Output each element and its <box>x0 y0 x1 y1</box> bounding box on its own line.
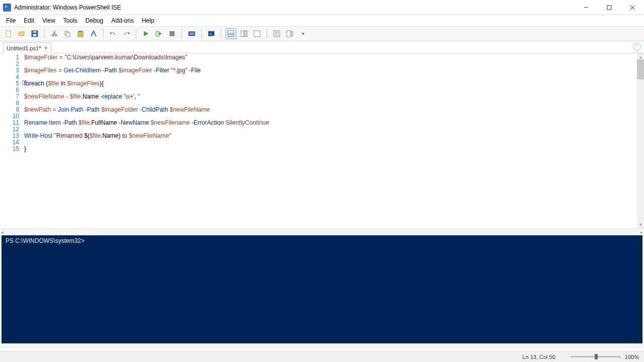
code-line[interactable]: $newFileName - $file.Name -replace '\s+'… <box>24 94 644 100</box>
show-script-pane-icon[interactable] <box>225 28 236 39</box>
code-line[interactable]: Write-Host "Renamed $($file.Name) to $ne… <box>24 133 644 139</box>
copy-icon[interactable] <box>62 28 73 39</box>
window-controls <box>575 0 644 15</box>
new-file-icon[interactable] <box>3 28 14 39</box>
undo-icon[interactable] <box>108 28 119 39</box>
toolbar-separator <box>221 29 221 39</box>
svg-rect-18 <box>156 31 159 36</box>
code-line[interactable] <box>24 74 644 80</box>
svg-rect-29 <box>254 31 260 37</box>
svg-marker-19 <box>159 32 162 35</box>
svg-rect-16 <box>79 31 82 32</box>
show-script-right-icon[interactable] <box>238 28 250 39</box>
status-bar: Ln 13, Col 50 100% <box>0 351 644 362</box>
toolbar-separator <box>201 29 202 39</box>
save-icon[interactable] <box>29 28 40 39</box>
svg-marker-17 <box>144 31 148 36</box>
line-number-gutter: 123456789101112131415 <box>0 53 22 228</box>
svg-rect-34 <box>287 31 291 37</box>
menu-debug[interactable]: Debug <box>82 16 107 25</box>
show-command-addon-icon[interactable] <box>284 28 295 39</box>
menu-file[interactable]: File <box>2 16 20 25</box>
menu-tools[interactable]: Tools <box>59 16 82 25</box>
stop-icon[interactable] <box>167 28 178 39</box>
scroll-up-icon[interactable]: ▴ <box>637 54 643 60</box>
code-line[interactable]: $imageFiles = Get-ChildItem -Path $image… <box>24 67 644 74</box>
console-pane[interactable]: PS C:\WINDOWS\system32> <box>2 235 642 343</box>
svg-rect-28 <box>245 31 247 37</box>
close-button[interactable] <box>621 0 644 15</box>
svg-rect-1 <box>607 6 611 10</box>
toolbar-separator <box>136 29 136 39</box>
tab-close-icon[interactable]: × <box>44 45 48 52</box>
console-prompt: PS C:\WINDOWS\system32> <box>6 237 85 244</box>
tab-untitled1[interactable]: Untitled1.ps1* × <box>3 42 51 53</box>
svg-rect-35 <box>291 32 293 36</box>
show-script-max-icon[interactable] <box>252 28 263 39</box>
toolbar-separator <box>267 29 267 39</box>
svg-rect-27 <box>241 31 244 37</box>
svg-rect-7 <box>33 34 36 36</box>
toolbar-overflow-icon[interactable]: ▾ <box>297 28 308 39</box>
code-area[interactable]: $imageFoler = "C:\Users\parveen.kumar\Do… <box>22 53 644 228</box>
code-line[interactable]: Rename-Item -Path $file.FullName -NewNam… <box>24 120 644 126</box>
svg-rect-22 <box>190 33 194 35</box>
cut-icon[interactable] <box>49 28 60 39</box>
code-line[interactable]: $imageFoler = "C:\Users\parveen.kumar\Do… <box>24 54 644 61</box>
code-line[interactable]: foreach ($file in $imageFiles){ <box>24 80 644 87</box>
toolbar-separator <box>44 29 45 39</box>
toolbar: >_ ▾ <box>0 26 644 41</box>
minimize-button[interactable] <box>575 0 598 15</box>
menu-edit[interactable]: Edit <box>20 16 38 25</box>
zoom-level: 100% <box>625 354 639 360</box>
svg-rect-25 <box>228 31 234 33</box>
run-selection-icon[interactable] <box>153 28 165 39</box>
window-title: Administrator: Windows PowerShell ISE <box>14 4 575 11</box>
show-command-icon[interactable] <box>271 28 282 39</box>
code-line[interactable] <box>24 139 644 146</box>
powershell-console-icon[interactable]: >_ <box>206 28 217 39</box>
tab-strip: Untitled1.ps1* × ˄ <box>0 41 644 53</box>
scroll-down-icon[interactable]: ▾ <box>637 221 643 228</box>
collapse-script-pane-icon[interactable]: ˄ <box>633 43 641 51</box>
menubar: File Edit View Tools Debug Add-ons Help <box>0 15 644 26</box>
zoom-slider[interactable] <box>571 356 621 357</box>
toolbar-separator <box>103 29 104 39</box>
tab-label: Untitled1.ps1* <box>7 45 41 51</box>
scrollbar-thumb[interactable] <box>637 59 644 79</box>
paste-icon[interactable] <box>75 28 86 39</box>
clear-icon[interactable] <box>88 28 99 39</box>
console-bottom-gap <box>0 343 644 348</box>
script-editor[interactable]: 123456789101112131415 − $imageFoler = "C… <box>0 53 644 228</box>
svg-rect-8 <box>33 31 36 33</box>
vertical-scrollbar[interactable]: ▴ ▾ <box>637 53 644 228</box>
redo-icon[interactable] <box>121 28 132 39</box>
menu-addons[interactable]: Add-ons <box>107 16 138 25</box>
svg-rect-26 <box>228 34 234 37</box>
code-line[interactable]: $newPath = Join-Path -Path $imageFolder … <box>24 107 644 113</box>
cursor-position: Ln 13, Col 50 <box>522 354 555 360</box>
menu-help[interactable]: Help <box>138 16 158 25</box>
svg-text:>_: >_ <box>209 32 214 36</box>
open-file-icon[interactable] <box>16 28 27 39</box>
maximize-button[interactable] <box>598 0 621 15</box>
titlebar: Administrator: Windows PowerShell ISE <box>0 0 644 15</box>
toolbar-separator <box>182 29 182 39</box>
app-icon <box>3 4 11 12</box>
svg-rect-20 <box>170 31 175 36</box>
zoom-slider-knob[interactable] <box>595 354 598 359</box>
horizontal-scrollbar[interactable]: ◂▸ <box>0 228 644 235</box>
menu-view[interactable]: View <box>38 16 59 25</box>
run-script-icon[interactable] <box>140 28 151 39</box>
remote-icon[interactable] <box>186 28 197 39</box>
code-line[interactable]: } <box>24 146 644 152</box>
svg-rect-14 <box>66 33 70 37</box>
